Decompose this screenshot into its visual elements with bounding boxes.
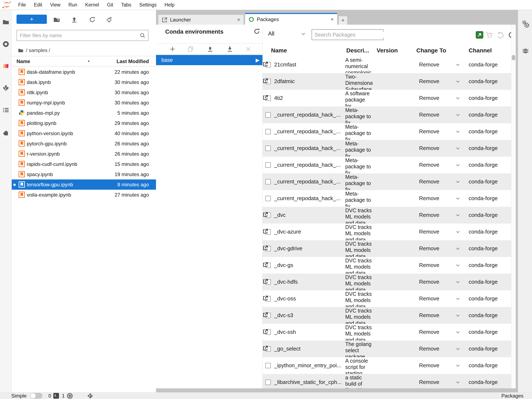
- package-change-to-select[interactable]: Remove: [419, 61, 439, 68]
- file-row[interactable]: pandas-mpl.py 5 minutes ago: [12, 108, 156, 118]
- git-clone-icon[interactable]: [106, 16, 113, 23]
- export-environment-icon[interactable]: [227, 46, 233, 52]
- undo-icon[interactable]: [496, 31, 504, 39]
- chevron-down-icon[interactable]: [456, 113, 460, 116]
- refresh-environments-icon[interactable]: [253, 28, 260, 35]
- folder-icon[interactable]: [2, 18, 9, 25]
- package-change-to-select[interactable]: Remove: [419, 95, 439, 101]
- menu-item[interactable]: Tabs: [117, 0, 135, 10]
- chevron-down-icon[interactable]: [456, 129, 460, 133]
- menu-item[interactable]: Help: [161, 0, 178, 10]
- package-change-to-select[interactable]: Remove: [419, 279, 439, 285]
- upgrade-packages-icon[interactable]: [475, 31, 483, 39]
- menu-item[interactable]: Kernel: [81, 0, 103, 10]
- environment-row[interactable]: base ▶: [156, 55, 262, 65]
- package-change-to-select[interactable]: Remove: [419, 312, 439, 319]
- external-link-icon[interactable]: [263, 78, 268, 84]
- external-link-icon[interactable]: [263, 95, 268, 100]
- package-change-to-select[interactable]: Remove: [419, 362, 439, 369]
- package-checkbox[interactable]: [265, 112, 271, 118]
- file-row[interactable]: r-version.ipynb 26 minutes ago: [12, 149, 156, 159]
- package-checkbox[interactable]: [265, 129, 271, 134]
- package-change-to-select[interactable]: Remove: [419, 78, 439, 85]
- external-link-icon[interactable]: [263, 212, 268, 217]
- menu-item[interactable]: Settings: [135, 0, 161, 10]
- menu-item[interactable]: Edit: [30, 0, 46, 10]
- package-checkbox[interactable]: [265, 179, 271, 184]
- scrollbar-thumb[interactable]: [512, 55, 515, 60]
- external-link-icon[interactable]: [263, 61, 268, 67]
- terminals-count[interactable]: 0: [48, 393, 51, 399]
- menu-item[interactable]: View: [46, 0, 64, 10]
- terminal-icon[interactable]: $_: [53, 393, 59, 399]
- external-link-icon[interactable]: [263, 279, 268, 284]
- package-checkbox[interactable]: [265, 363, 271, 368]
- kernels-count[interactable]: 1: [62, 393, 65, 399]
- package-checkbox[interactable]: [265, 146, 271, 151]
- breadcrumb[interactable]: / samples /: [18, 47, 50, 54]
- close-icon[interactable]: ×: [331, 16, 334, 23]
- file-row[interactable]: dask-dataframe.ipynb 22 minutes ago: [12, 67, 156, 77]
- package-change-to-select[interactable]: Remove: [419, 295, 439, 302]
- sort-ascending-icon[interactable]: ▲: [87, 59, 90, 62]
- column-last-modified[interactable]: Last Modified: [116, 58, 149, 64]
- column-name[interactable]: Name: [17, 58, 30, 64]
- create-environment-icon[interactable]: [169, 46, 176, 52]
- filter-files-input[interactable]: [17, 33, 140, 38]
- chevron-down-icon[interactable]: [456, 297, 460, 300]
- apply-cart-icon[interactable]: [485, 31, 493, 39]
- import-environment-icon[interactable]: [207, 46, 213, 52]
- package-change-to-select[interactable]: Remove: [419, 329, 439, 335]
- chevron-down-icon[interactable]: [456, 79, 460, 83]
- package-change-to-select[interactable]: Remove: [419, 128, 439, 135]
- chevron-down-icon[interactable]: [456, 280, 460, 283]
- kernel-chip-icon[interactable]: [67, 393, 73, 399]
- chevron-down-icon[interactable]: [456, 380, 460, 384]
- package-change-to-select[interactable]: Remove: [419, 262, 439, 268]
- package-filter-select[interactable]: All: [268, 31, 306, 37]
- upload-icon[interactable]: [71, 16, 78, 23]
- package-change-to-select[interactable]: Remove: [419, 245, 439, 252]
- package-change-to-select[interactable]: Remove: [419, 212, 439, 218]
- remove-environment-icon[interactable]: [245, 46, 251, 52]
- package-change-to-select[interactable]: Remove: [419, 111, 439, 118]
- new-folder-icon[interactable]: [53, 16, 60, 23]
- chevron-down-icon[interactable]: [456, 63, 460, 66]
- chevron-down-icon[interactable]: [456, 246, 460, 250]
- new-launcher-button[interactable]: +: [17, 15, 47, 24]
- table-of-contents-icon[interactable]: [2, 107, 9, 113]
- chevron-down-icon[interactable]: [456, 196, 460, 200]
- chevron-down-icon[interactable]: [456, 263, 460, 267]
- file-row[interactable]: pytorch-gpu.ipynb 26 minutes ago: [12, 139, 156, 149]
- vertical-scrollbar[interactable]: [511, 25, 516, 388]
- dashboards-icon[interactable]: [2, 63, 9, 69]
- git-status-icon[interactable]: [87, 393, 94, 399]
- package-checkbox[interactable]: [265, 380, 271, 385]
- chevron-down-icon[interactable]: [456, 96, 460, 99]
- external-link-icon[interactable]: [263, 329, 268, 334]
- file-row[interactable]: tensorflow-gpu.ipynb 8 minutes ago: [12, 179, 156, 190]
- chevron-down-icon[interactable]: [456, 180, 460, 183]
- chevron-down-icon[interactable]: [456, 146, 460, 150]
- file-row[interactable]: plotting.ipynb 29 minutes ago: [12, 118, 156, 128]
- file-row[interactable]: python-version.ipynb 40 minutes ago: [12, 128, 156, 139]
- chevron-down-icon[interactable]: [456, 363, 460, 367]
- git-icon[interactable]: [2, 85, 9, 91]
- menu-item[interactable]: Run: [64, 0, 81, 10]
- debugger-icon[interactable]: [521, 47, 530, 55]
- external-link-icon[interactable]: [263, 262, 268, 267]
- chevron-down-icon[interactable]: [456, 330, 460, 333]
- chevron-down-icon[interactable]: [456, 213, 460, 216]
- menu-item[interactable]: File: [14, 0, 30, 10]
- menu-item[interactable]: Git: [103, 0, 117, 10]
- package-change-to-select[interactable]: Remove: [419, 162, 439, 168]
- file-row[interactable]: spacy.ipynb 19 minutes ago: [12, 169, 156, 179]
- tab-packages[interactable]: Packages ×: [245, 13, 337, 25]
- file-row[interactable]: nltk.ipynb 30 minutes ago: [12, 87, 156, 98]
- chevron-down-icon[interactable]: [456, 230, 460, 233]
- close-icon[interactable]: ×: [237, 17, 240, 23]
- chevron-down-icon[interactable]: [456, 163, 460, 166]
- tab-launcher[interactable]: Launcher ×: [158, 15, 244, 25]
- package-change-to-select[interactable]: Remove: [419, 345, 439, 352]
- package-change-to-select[interactable]: Remove: [419, 145, 439, 151]
